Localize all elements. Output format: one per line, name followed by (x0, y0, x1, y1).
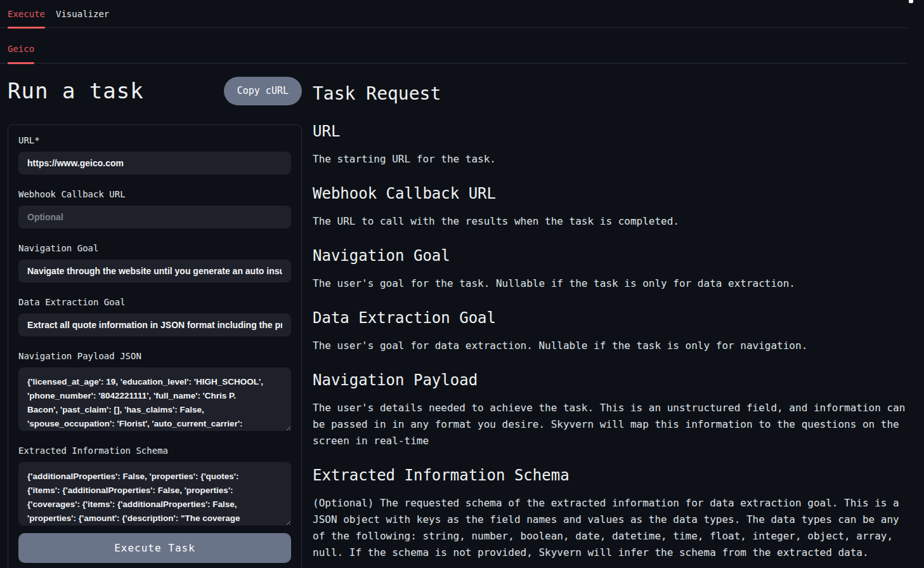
navigation-goal-input[interactable] (18, 260, 291, 282)
doc-section-webhook: Webhook Callback URL The URL to call wit… (313, 184, 924, 230)
extracted-schema-field-group: Extracted Information Schema {'additiona… (18, 446, 291, 525)
extracted-schema-label: Extracted Information Schema (18, 446, 291, 456)
doc-section-navigation-goal: Navigation Goal The user's goal for the … (313, 246, 924, 292)
data-extraction-goal-field-group: Data Extraction Goal (18, 297, 291, 336)
skyvern-app: { "colors": { "accent_red": "#e8565e", "… (0, 0, 924, 568)
tab-visualizer[interactable]: Visualizer (56, 0, 109, 27)
doc-heading-url: URL (313, 122, 924, 141)
execute-task-button[interactable]: Execute Task (18, 533, 291, 563)
primary-tab-bar: Execute Visualizer (0, 0, 924, 28)
title-row: Run a task Copy cURL (8, 76, 302, 105)
doc-section-data-extraction-goal: Data Extraction Goal The user's goal for… (313, 308, 924, 354)
docs-title: Task Request (313, 83, 924, 105)
main-content: Run a task Copy cURL URL* Webhook Callba… (0, 63, 924, 568)
doc-section-url: URL The starting URL for the task. (313, 122, 924, 168)
doc-heading-data-extraction-goal: Data Extraction Goal (313, 308, 924, 327)
task-form-card: URL* Webhook Callback URL Navigation Goa… (8, 124, 302, 568)
task-request-docs: Task Request URL The starting URL for th… (313, 63, 924, 561)
data-extraction-goal-label: Data Extraction Goal (18, 297, 291, 308)
navigation-payload-field-group: Navigation Payload JSON {'licensed_at_ag… (18, 351, 291, 431)
doc-body-navigation-goal: The user's goal for the task. Nullable i… (313, 275, 915, 292)
tab-geico[interactable]: Geico (8, 34, 34, 63)
webhook-field-group: Webhook Callback URL (18, 189, 291, 228)
tab-execute[interactable]: Execute (8, 0, 45, 27)
doc-body-url: The starting URL for the task. (313, 151, 915, 168)
doc-body-extracted-schema: (Optional) The requested schema of the e… (313, 495, 915, 561)
doc-body-webhook: The URL to call with the results when th… (313, 213, 915, 230)
navigation-payload-label: Navigation Payload JSON (18, 351, 291, 362)
doc-heading-extracted-schema: Extracted Information Schema (313, 466, 924, 485)
secondary-tab-bar: Geico (0, 28, 924, 63)
page-title: Run a task (8, 78, 144, 103)
navigation-goal-field-group: Navigation Goal (18, 243, 291, 282)
scrollbar-thumb[interactable] (909, 0, 913, 3)
secondary-tab-bar-inner: Geico (0, 28, 907, 63)
webhook-url-input[interactable] (18, 206, 291, 228)
url-input[interactable] (18, 152, 291, 175)
run-task-panel: Run a task Copy cURL URL* Webhook Callba… (8, 63, 302, 568)
url-field-group: URL* (18, 135, 291, 175)
navigation-payload-textarea[interactable]: {'licensed_at_age': 19, 'education_level… (18, 367, 291, 431)
data-extraction-goal-input[interactable] (18, 314, 291, 336)
extracted-schema-textarea[interactable]: {'additionalProperties': False, 'propert… (18, 462, 291, 525)
doc-heading-webhook: Webhook Callback URL (313, 184, 924, 203)
doc-section-extracted-schema: Extracted Information Schema (Optional) … (313, 466, 924, 561)
doc-heading-navigation-goal: Navigation Goal (313, 246, 924, 265)
doc-section-navigation-payload: Navigation Payload The user's details ne… (313, 371, 924, 449)
webhook-url-label: Webhook Callback URL (18, 189, 291, 200)
navigation-goal-label: Navigation Goal (18, 243, 291, 254)
primary-tab-bar-inner: Execute Visualizer (0, 0, 907, 28)
doc-body-data-extraction-goal: The user's goal for data extraction. Nul… (313, 338, 915, 354)
doc-heading-navigation-payload: Navigation Payload (313, 371, 924, 390)
doc-body-navigation-payload: The user's details needed to achieve the… (313, 400, 915, 449)
copy-curl-button[interactable]: Copy cURL (224, 77, 302, 105)
url-label: URL* (18, 135, 291, 146)
